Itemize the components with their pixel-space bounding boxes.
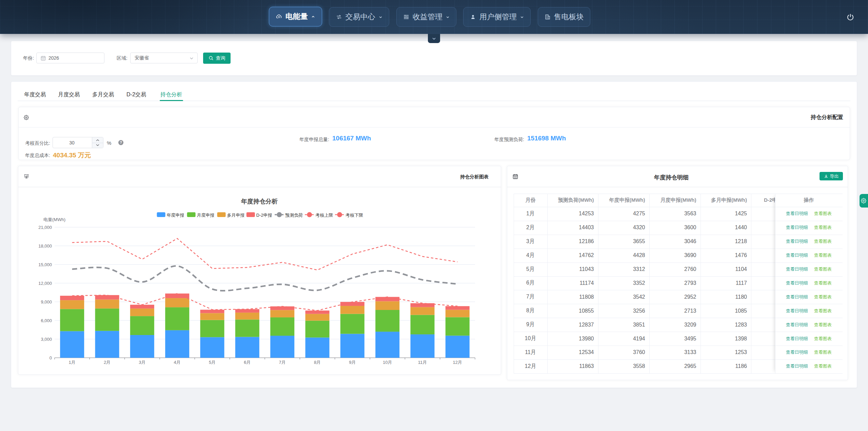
- svg-text:12月: 12月: [453, 360, 462, 365]
- svg-text:D-2申报: D-2申报: [256, 213, 272, 218]
- svg-text:21,000: 21,000: [38, 225, 52, 230]
- svg-text:4月: 4月: [174, 360, 181, 365]
- svg-text:6,000: 6,000: [41, 318, 52, 323]
- svg-text:7月: 7月: [279, 360, 286, 365]
- svg-text:3,000: 3,000: [41, 337, 52, 342]
- svg-text:2月: 2月: [104, 360, 111, 365]
- svg-text:5月: 5月: [209, 360, 216, 365]
- svg-text:1月: 1月: [69, 360, 76, 365]
- svg-text:6月: 6月: [244, 360, 251, 365]
- svg-text:电量(MWh): 电量(MWh): [43, 217, 65, 222]
- svg-text:考核下限: 考核下限: [346, 213, 363, 218]
- svg-text:多月申报: 多月申报: [227, 213, 245, 218]
- svg-text:12,000: 12,000: [38, 281, 52, 286]
- svg-text:考核上限: 考核上限: [315, 213, 333, 218]
- svg-text:10月: 10月: [383, 360, 392, 365]
- svg-text:11月: 11月: [418, 360, 427, 365]
- svg-text:月度申报: 月度申报: [197, 213, 215, 218]
- svg-text:年度申报: 年度申报: [167, 213, 184, 218]
- svg-text:18,000: 18,000: [38, 243, 52, 249]
- svg-text:预测负荷: 预测负荷: [285, 213, 303, 218]
- svg-text:8月: 8月: [314, 360, 321, 365]
- svg-text:年度持仓分析: 年度持仓分析: [241, 198, 278, 205]
- svg-text:3月: 3月: [139, 360, 145, 365]
- svg-text:9月: 9月: [349, 360, 356, 365]
- svg-text:0: 0: [50, 355, 52, 360]
- svg-text:9,000: 9,000: [41, 299, 52, 305]
- svg-text:15,000: 15,000: [38, 262, 52, 267]
